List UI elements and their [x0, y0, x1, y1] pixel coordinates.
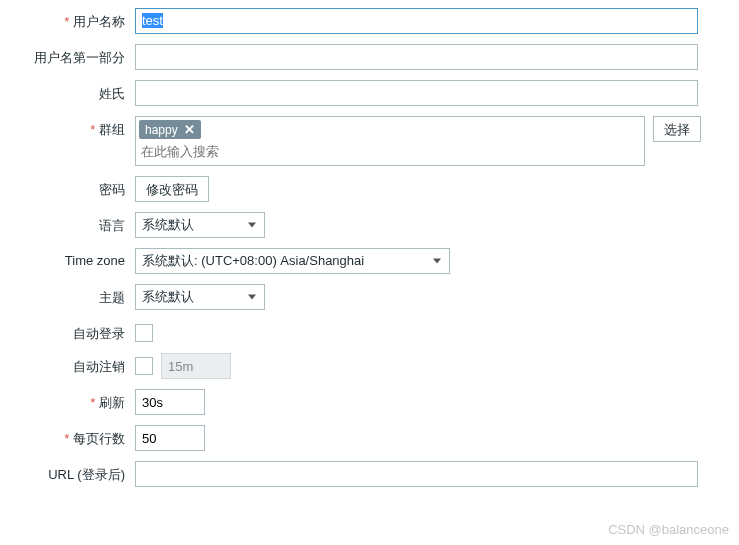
- autologin-checkbox[interactable]: [135, 324, 153, 342]
- group-tag-label: happy: [145, 123, 178, 137]
- url-label: URL (登录后): [0, 461, 135, 484]
- timezone-select[interactable]: 系统默认: (UTC+08:00) Asia/Shanghai: [135, 248, 450, 274]
- lastname-label: 姓氏: [0, 80, 135, 103]
- url-input[interactable]: [135, 461, 698, 487]
- language-select[interactable]: 系统默认: [135, 212, 265, 238]
- firstname-label: 用户名第一部分: [0, 44, 135, 67]
- username-label: 用户名称: [0, 8, 135, 31]
- rows-input[interactable]: [135, 425, 205, 451]
- autologin-label: 自动登录: [0, 320, 135, 343]
- change-password-button[interactable]: 修改密码: [135, 176, 209, 202]
- group-select-button[interactable]: 选择: [653, 116, 701, 142]
- timezone-label: Time zone: [0, 248, 135, 268]
- group-search-input[interactable]: [139, 141, 641, 162]
- group-tag[interactable]: happy ✕: [139, 120, 201, 139]
- refresh-label: 刷新: [0, 389, 135, 412]
- theme-label: 主题: [0, 284, 135, 307]
- theme-select[interactable]: 系统默认: [135, 284, 265, 310]
- close-icon[interactable]: ✕: [184, 122, 195, 137]
- language-label: 语言: [0, 212, 135, 235]
- group-label: 群组: [0, 116, 135, 139]
- autologout-input: [161, 353, 231, 379]
- rows-label: 每页行数: [0, 425, 135, 448]
- refresh-input[interactable]: [135, 389, 205, 415]
- lastname-input[interactable]: [135, 80, 698, 106]
- firstname-input[interactable]: [135, 44, 698, 70]
- username-input[interactable]: test: [135, 8, 698, 34]
- autologout-checkbox[interactable]: [135, 357, 153, 375]
- group-tagbox[interactable]: happy ✕: [135, 116, 645, 166]
- password-label: 密码: [0, 176, 135, 199]
- autologout-label: 自动注销: [0, 353, 135, 376]
